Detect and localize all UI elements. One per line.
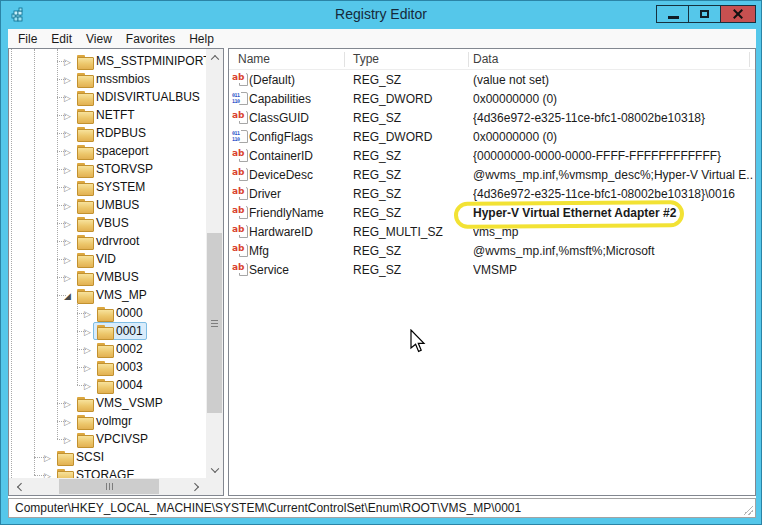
tree-item-vdrvroot[interactable]: vdrvroot bbox=[9, 232, 206, 250]
tree-node[interactable]: VMS_VSMP bbox=[73, 394, 167, 412]
menu-edit[interactable]: Edit bbox=[44, 30, 79, 48]
tree-item-VID[interactable]: VID bbox=[9, 250, 206, 268]
tree-node[interactable]: NETFT bbox=[73, 106, 139, 124]
scroll-left-button[interactable] bbox=[11, 478, 28, 495]
value-type: REG_SZ bbox=[353, 111, 401, 125]
title-bar[interactable]: Registry Editor bbox=[1, 1, 761, 29]
value-type: REG_DWORD bbox=[353, 130, 432, 144]
dword-value-icon bbox=[232, 130, 248, 143]
tree-node[interactable]: NDISVIRTUALBUS bbox=[73, 88, 204, 106]
tree-node[interactable]: STORVSP bbox=[73, 160, 157, 178]
tree-item-label: NDISVIRTUALBUS bbox=[96, 90, 200, 104]
folder-icon bbox=[77, 433, 92, 446]
value-row-friendlyname[interactable]: FriendlyNameREG_SZHyper-V Virtual Ethern… bbox=[229, 204, 755, 223]
tree-item-NDISVIRTUALBUS[interactable]: NDISVIRTUALBUS bbox=[9, 88, 206, 106]
tree-item-NETFT[interactable]: NETFT bbox=[9, 106, 206, 124]
tree-item-volmgr[interactable]: volmgr bbox=[9, 412, 206, 430]
tree-node[interactable]: volmgr bbox=[73, 412, 136, 430]
tree-item-label: vdrvroot bbox=[96, 234, 139, 248]
menu-help[interactable]: Help bbox=[182, 30, 221, 48]
menu-file[interactable]: File bbox=[11, 30, 44, 48]
tree-item-VMBUS[interactable]: VMBUS bbox=[9, 268, 206, 286]
minimize-button[interactable] bbox=[656, 5, 689, 23]
tree-item-label: 0001 bbox=[116, 324, 143, 338]
value-data: 0x00000000 (0) bbox=[473, 92, 753, 106]
registry-editor-window: Registry Editor File Edit View Favorites… bbox=[0, 0, 762, 525]
value-row-service[interactable]: ServiceREG_SZVMSMP bbox=[229, 261, 755, 280]
value-type: REG_SZ bbox=[353, 206, 401, 220]
vertical-scroll-thumb[interactable] bbox=[207, 233, 222, 413]
folder-icon bbox=[77, 271, 92, 284]
value-data: @wvms_mp.inf,%msft%;Microsoft bbox=[473, 244, 753, 258]
tree-item-0003[interactable]: 0003 bbox=[9, 358, 206, 376]
menu-favorites[interactable]: Favorites bbox=[119, 30, 182, 48]
value-row-hardwareid[interactable]: HardwareIDREG_MULTI_SZvms_mp bbox=[229, 223, 755, 242]
tree-item-VPCIVSP[interactable]: VPCIVSP bbox=[9, 430, 206, 448]
tree-item-RDPBUS[interactable]: RDPBUS bbox=[9, 124, 206, 142]
horizontal-scroll-thumb[interactable] bbox=[59, 479, 159, 494]
scroll-up-button[interactable] bbox=[206, 49, 223, 66]
tree-node[interactable]: spaceport bbox=[73, 142, 153, 160]
value-row-capabilities[interactable]: CapabilitiesREG_DWORD0x00000000 (0) bbox=[229, 90, 755, 109]
value-name: ContainerID bbox=[249, 149, 313, 163]
tree-node[interactable]: RDPBUS bbox=[73, 124, 150, 142]
tree-item-0002[interactable]: 0002 bbox=[9, 340, 206, 358]
tree-item-UMBUS[interactable]: UMBUS bbox=[9, 196, 206, 214]
tree-item-0000[interactable]: 0000 bbox=[9, 304, 206, 322]
tree-node[interactable]: vdrvroot bbox=[73, 232, 143, 250]
tree-node[interactable]: SYSTEM bbox=[73, 178, 149, 196]
value-row-driver[interactable]: DriverREG_SZ{4d36e972-e325-11ce-bfc1-080… bbox=[229, 185, 755, 204]
menu-view[interactable]: View bbox=[79, 30, 119, 48]
tree-node[interactable]: 0004 bbox=[93, 376, 147, 394]
tree-item-label: spaceport bbox=[96, 144, 149, 158]
tree-item-mssmbios[interactable]: mssmbios bbox=[9, 70, 206, 88]
tree-item-label: VPCIVSP bbox=[96, 432, 148, 446]
tree-node[interactable]: 0002 bbox=[93, 340, 147, 358]
tree-node[interactable]: UMBUS bbox=[73, 196, 143, 214]
tree-item-SYSTEM[interactable]: SYSTEM bbox=[9, 178, 206, 196]
tree-node[interactable]: 0003 bbox=[93, 358, 147, 376]
tree-item-VBUS[interactable]: VBUS bbox=[9, 214, 206, 232]
tree-node[interactable]: VMBUS bbox=[73, 268, 143, 286]
resize-grip-icon[interactable] bbox=[743, 505, 753, 515]
value-row-containerid[interactable]: ContainerIDREG_SZ{00000000-0000-0000-FFF… bbox=[229, 147, 755, 166]
tree-node[interactable]: VMS_MP bbox=[73, 286, 151, 304]
tree-item-MS_SSTPMINIPORT[interactable]: MS_SSTPMINIPORT bbox=[9, 52, 206, 70]
tree-node[interactable]: 0000 bbox=[93, 304, 147, 322]
scroll-down-button[interactable] bbox=[206, 461, 223, 478]
tree-node[interactable]: MS_SSTPMINIPORT bbox=[73, 52, 206, 70]
value-row-default[interactable]: (Default)REG_SZ(value not set) bbox=[229, 71, 755, 90]
tree-item-label: STORAGE bbox=[76, 468, 134, 478]
tree-horizontal-scrollbar[interactable] bbox=[9, 478, 206, 495]
value-row-configflags[interactable]: ConfigFlagsREG_DWORD0x00000000 (0) bbox=[229, 128, 755, 147]
maximize-button[interactable] bbox=[688, 5, 721, 23]
tree-item-label: VBUS bbox=[96, 216, 129, 230]
tree-node[interactable]: STORAGE bbox=[53, 466, 138, 478]
value-row-devicedesc[interactable]: DeviceDescREG_SZ@wvms_mp.inf,%vmsmp_desc… bbox=[229, 166, 755, 185]
tree-item-0004[interactable]: 0004 bbox=[9, 376, 206, 394]
scroll-right-button[interactable] bbox=[187, 478, 204, 495]
tree-vertical-scrollbar[interactable] bbox=[206, 49, 223, 478]
tree-node[interactable]: VPCIVSP bbox=[73, 430, 152, 448]
string-value-icon bbox=[232, 149, 248, 162]
value-type: REG_DWORD bbox=[353, 92, 432, 106]
tree-item-STORAGE[interactable]: STORAGE bbox=[9, 466, 206, 478]
close-button[interactable] bbox=[720, 5, 756, 23]
folder-icon bbox=[57, 451, 72, 464]
tree-item-SCSI[interactable]: SCSI bbox=[9, 448, 206, 466]
tree-node[interactable]: mssmbios bbox=[73, 70, 154, 88]
tree-node[interactable]: VID bbox=[73, 250, 120, 268]
value-row-mfg[interactable]: MfgREG_SZ@wvms_mp.inf,%msft%;Microsoft bbox=[229, 242, 755, 261]
tree-item-label: volmgr bbox=[96, 414, 132, 428]
tree-item-VMS_VSMP[interactable]: VMS_VSMP bbox=[9, 394, 206, 412]
tree-item-STORVSP[interactable]: STORVSP bbox=[9, 160, 206, 178]
tree-item-VMS_MP[interactable]: VMS_MP bbox=[9, 286, 206, 304]
value-row-classguid[interactable]: ClassGUIDREG_SZ{4d36e972-e325-11ce-bfc1-… bbox=[229, 109, 755, 128]
tree-item-spaceport[interactable]: spaceport bbox=[9, 142, 206, 160]
tree-item-label: NETFT bbox=[96, 108, 135, 122]
tree-node-selected[interactable]: 0001 bbox=[93, 322, 147, 340]
minimize-icon bbox=[668, 16, 679, 19]
tree-node[interactable]: SCSI bbox=[53, 448, 108, 466]
tree-node[interactable]: VBUS bbox=[73, 214, 133, 232]
tree-item-0001[interactable]: 0001 bbox=[9, 322, 206, 340]
